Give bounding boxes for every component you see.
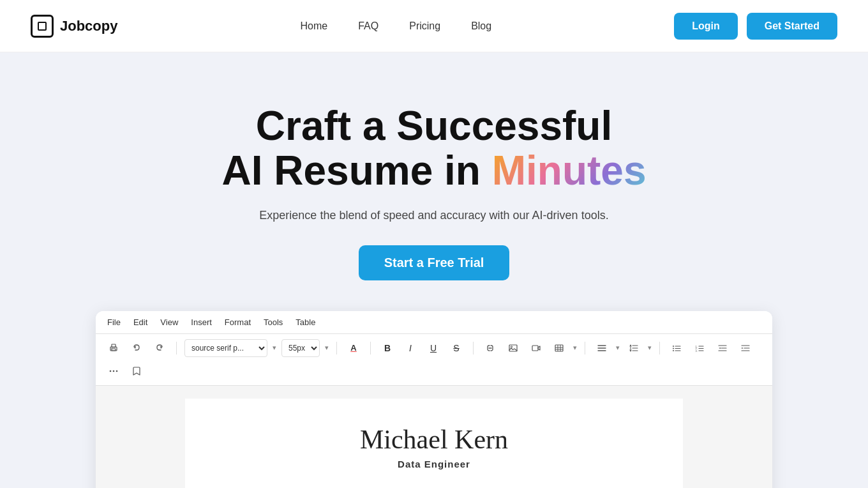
svg-rect-4 [509, 345, 517, 351]
line-height-button[interactable] [625, 339, 643, 357]
editor-preview: File Edit View Insert Format Tools Table [96, 311, 772, 488]
link-button[interactable] [481, 339, 499, 357]
font-color-button[interactable]: A [345, 339, 363, 357]
svg-point-36 [110, 370, 112, 372]
menu-tools[interactable]: Tools [264, 317, 283, 327]
hero-title-in: in [444, 148, 492, 194]
image-button[interactable] [504, 339, 522, 357]
navbar: Jobcopy Home FAQ Pricing Blog Login Get … [0, 0, 868, 52]
menu-table[interactable]: Table [296, 317, 315, 327]
nav-links: Home FAQ Pricing Blog [301, 20, 492, 32]
strikethrough-button[interactable]: S [447, 339, 465, 357]
svg-point-3 [111, 348, 112, 349]
svg-point-19 [673, 347, 674, 349]
table-chevron: ▾ [573, 344, 577, 352]
nav-blog[interactable]: Blog [471, 20, 491, 31]
underline-button[interactable]: U [424, 339, 442, 357]
line-height-chevron: ▾ [648, 344, 652, 352]
nav-home[interactable]: Home [301, 20, 328, 31]
decrease-indent-button[interactable] [714, 339, 731, 357]
font-family-chevron: ▾ [273, 344, 276, 352]
menu-view[interactable]: View [160, 317, 178, 327]
align-button[interactable] [593, 339, 611, 357]
font-family-select[interactable]: source serif p... [184, 339, 267, 357]
toolbar-sep-6 [659, 342, 660, 355]
svg-rect-6 [532, 346, 538, 351]
logo-icon-inner [38, 22, 47, 31]
cta-button[interactable]: Start a Free Trial [359, 245, 510, 280]
menu-format[interactable]: Format [225, 317, 251, 327]
resume-page: Michael Kern Data Engineer [185, 399, 683, 488]
bullet-list-button[interactable] [668, 339, 685, 357]
video-button[interactable] [527, 339, 545, 357]
hero-subtitle: Experience the blend of speed and accura… [259, 209, 608, 222]
logo-icon [31, 15, 54, 38]
nav-actions: Login Get Started [674, 13, 837, 40]
undo-button[interactable] [128, 339, 146, 357]
increase-indent-button[interactable] [737, 339, 754, 357]
toolbar-sep-1 [176, 342, 177, 355]
table-button[interactable] [550, 339, 568, 357]
logo-link[interactable]: Jobcopy [31, 15, 117, 38]
svg-point-18 [673, 346, 674, 347]
menu-insert[interactable]: Insert [191, 317, 212, 327]
svg-rect-7 [555, 345, 563, 351]
more-options-button[interactable] [105, 362, 123, 380]
numbered-list-button[interactable]: 1. 2. 3. [691, 339, 708, 357]
get-started-button[interactable]: Get Started [747, 13, 837, 40]
bookmark-button[interactable] [128, 362, 146, 380]
svg-text:3.: 3. [696, 349, 698, 352]
brand-name: Jobcopy [60, 18, 117, 34]
nav-faq[interactable]: FAQ [358, 20, 378, 31]
font-size-chevron: ▾ [325, 344, 329, 352]
bold-button[interactable]: B [378, 339, 396, 357]
editor-menubar: File Edit View Insert Format Tools Table [96, 311, 772, 334]
svg-point-37 [113, 370, 115, 372]
hero-title-minutes: Minutes [492, 148, 647, 194]
toolbar-sep-4 [473, 342, 474, 355]
hero-section: Craft a Successful AI Resume in Minutes … [0, 52, 868, 488]
svg-point-5 [511, 346, 512, 347]
toolbar-sep-2 [336, 342, 337, 355]
editor-content: Michael Kern Data Engineer [96, 386, 772, 488]
svg-rect-2 [112, 349, 116, 351]
login-button[interactable]: Login [674, 13, 738, 40]
hero-title-line1: Craft a Successful [256, 103, 612, 148]
print-button[interactable] [105, 339, 123, 357]
editor-toolbar: source serif p... ▾ 55px ▾ A B I U S [96, 334, 772, 386]
align-chevron: ▾ [616, 344, 620, 352]
menu-file[interactable]: File [107, 317, 121, 327]
svg-point-20 [673, 350, 674, 351]
toolbar-sep-5 [585, 342, 585, 355]
svg-point-38 [116, 370, 118, 372]
menu-edit[interactable]: Edit [133, 317, 147, 327]
italic-button[interactable]: I [401, 339, 419, 357]
hero-title-line2: AI Resume in Minutes [222, 148, 647, 193]
nav-pricing[interactable]: Pricing [409, 20, 440, 31]
resume-job-title: Data Engineer [398, 459, 470, 469]
hero-title-ai-resume: AI Resume [222, 148, 445, 194]
font-size-select[interactable]: 55px [281, 339, 320, 357]
toolbar-sep-3 [370, 342, 371, 355]
resume-name: Michael Kern [360, 424, 508, 455]
redo-button[interactable] [151, 339, 168, 357]
